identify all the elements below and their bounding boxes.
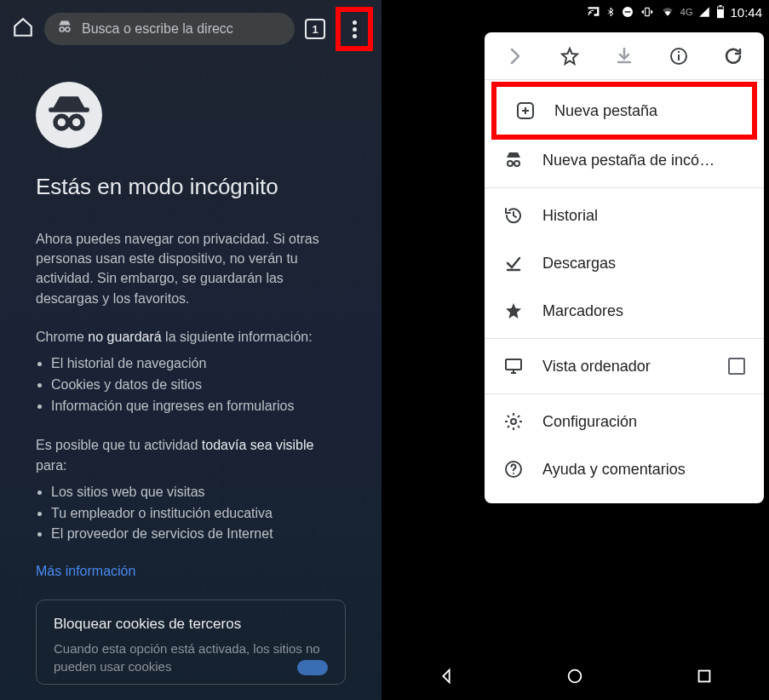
menu-label: Ayuda y comentarios (542, 461, 745, 479)
menu-screenshot: 4G 10:44 Nueva pestaña Nueva pestaña de … (382, 0, 769, 700)
history-icon (503, 205, 524, 226)
incognito-icon (503, 150, 524, 170)
refresh-icon[interactable] (722, 45, 744, 67)
desktop-checkbox[interactable] (728, 358, 745, 375)
svg-point-18 (511, 419, 516, 424)
plus-box-icon (515, 100, 536, 121)
menu-action-row (485, 32, 764, 80)
svg-rect-12 (678, 55, 680, 60)
incognito-title: Estás en modo incógnito (36, 174, 346, 200)
menu-label: Historial (542, 207, 745, 225)
vibrate-icon (640, 6, 655, 18)
forward-icon[interactable] (504, 45, 526, 67)
wifi-icon (660, 6, 675, 18)
menu-item-help[interactable]: Ayuda y comentarios (485, 445, 764, 493)
omnibox-placeholder: Busca o escribe la direcc (82, 21, 233, 37)
menu-item-bookmarks[interactable]: Marcadores (485, 287, 764, 335)
svg-rect-6 (624, 11, 630, 12)
menu-separator (485, 393, 764, 394)
cast-icon (587, 6, 600, 18)
download-icon[interactable] (613, 45, 635, 67)
menu-item-history[interactable]: Historial (485, 192, 764, 239)
browser-toolbar: Busca o escribe la direcc 1 (0, 0, 382, 58)
star-icon[interactable] (559, 45, 581, 67)
android-nav-bar (382, 656, 769, 700)
svg-point-1 (66, 27, 70, 32)
cookie-card-subtitle: Cuando esta opción está activada, los si… (54, 640, 328, 675)
cookie-toggle[interactable] (297, 660, 328, 675)
incognito-paragraph-2: Chrome no guardará la siguiente informac… (36, 327, 346, 347)
tab-count-button[interactable]: 1 (305, 19, 325, 39)
menu-item-new-incognito[interactable]: Nueva pestaña de incó… (485, 136, 764, 184)
help-icon (503, 459, 524, 479)
svg-rect-10 (718, 7, 723, 9)
svg-rect-17 (506, 359, 521, 370)
menu-item-settings[interactable]: Configuración (485, 398, 764, 445)
back-nav-icon[interactable] (437, 667, 456, 689)
menu-label: Vista ordenador (542, 358, 709, 376)
signal-icon (697, 6, 711, 18)
svg-point-3 (55, 116, 68, 129)
incognito-info: Estás en modo incógnito Ahora puedes nav… (0, 58, 382, 685)
desktop-icon (503, 356, 524, 376)
overflow-menu: Nueva pestaña Nueva pestaña de incó… His… (485, 32, 764, 503)
svg-point-16 (514, 161, 519, 166)
svg-point-21 (569, 670, 582, 683)
incognito-paragraph-3: Es posible que tu actividad todavía sea … (36, 435, 346, 474)
incognito-list-1: El historial de navegación Cookies y dat… (36, 353, 346, 416)
svg-rect-9 (720, 5, 722, 7)
menu-item-desktop-view[interactable]: Vista ordenador (485, 342, 764, 390)
overflow-menu-highlight (336, 7, 373, 51)
incognito-icon (56, 19, 73, 39)
menu-label: Marcadores (542, 302, 745, 320)
svg-point-15 (508, 161, 513, 166)
svg-point-0 (60, 27, 64, 32)
dnd-icon (621, 5, 634, 19)
incognito-list-2: Los sitios web que visitas Tu empleador … (36, 482, 346, 545)
battery-icon (716, 5, 725, 19)
home-nav-icon[interactable] (565, 667, 584, 689)
svg-rect-22 (699, 671, 710, 682)
omnibox[interactable]: Busca o escribe la direcc (44, 13, 295, 45)
info-icon[interactable] (668, 45, 690, 67)
network-label: 4G (680, 7, 693, 17)
menu-separator (485, 338, 764, 339)
gear-icon (503, 411, 524, 432)
menu-item-new-tab[interactable]: Nueva pestaña (491, 82, 757, 140)
incognito-glyph-icon (36, 82, 102, 148)
clock: 10:44 (730, 5, 762, 20)
bluetooth-icon (605, 5, 616, 19)
incognito-paragraph-1: Ahora puedes navegar con privacidad. Si … (36, 229, 346, 308)
check-underline-icon (503, 253, 524, 273)
svg-rect-2 (49, 107, 89, 112)
status-bar: 4G 10:44 (382, 0, 769, 24)
menu-items: Nueva pestaña Nueva pestaña de incó… His… (485, 80, 764, 498)
menu-separator (485, 187, 764, 188)
incognito-screenshot: Busca o escribe la direcc 1 Estás en mod… (0, 0, 382, 700)
menu-label: Configuración (542, 413, 745, 431)
star-filled-icon (503, 301, 524, 321)
more-vert-icon[interactable] (353, 20, 357, 38)
svg-point-4 (70, 116, 83, 129)
svg-rect-13 (678, 51, 680, 53)
menu-label: Nueva pestaña de incó… (542, 152, 745, 169)
home-icon[interactable] (12, 16, 34, 42)
recent-nav-icon[interactable] (695, 667, 714, 689)
learn-more-link[interactable]: Más información (36, 564, 346, 579)
menu-label: Nueva pestaña (554, 102, 733, 120)
menu-label: Descargas (542, 255, 745, 273)
menu-item-downloads[interactable]: Descargas (485, 239, 764, 287)
svg-point-20 (513, 473, 514, 474)
cookie-card-title: Bloquear cookies de terceros (54, 616, 328, 633)
svg-rect-7 (645, 8, 649, 15)
cookie-block-card: Bloquear cookies de terceros Cuando esta… (36, 600, 346, 685)
